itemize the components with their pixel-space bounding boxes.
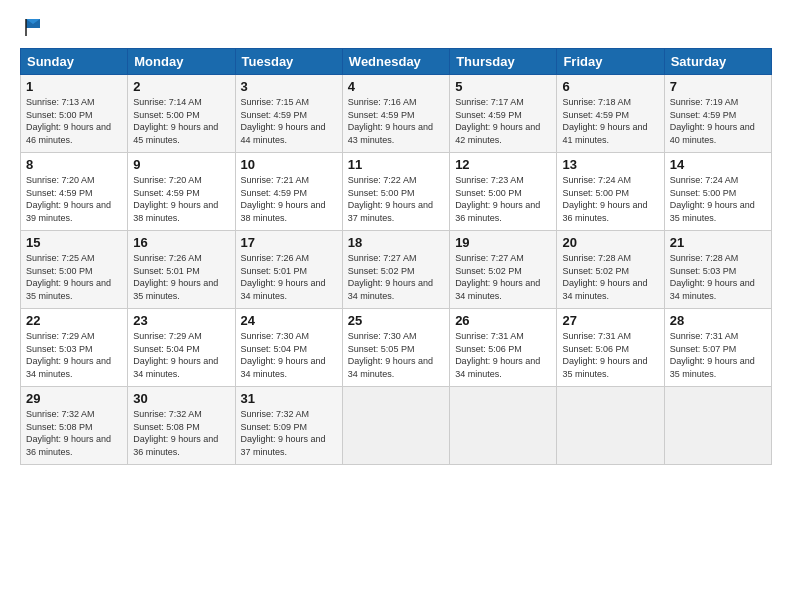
calendar-day-cell: 24 Sunrise: 7:30 AM Sunset: 5:04 PM Dayl… [235, 309, 342, 387]
calendar-day-cell: 9 Sunrise: 7:20 AM Sunset: 4:59 PM Dayli… [128, 153, 235, 231]
calendar-week-row: 15 Sunrise: 7:25 AM Sunset: 5:00 PM Dayl… [21, 231, 772, 309]
day-info: Sunrise: 7:31 AM Sunset: 5:06 PM Dayligh… [455, 331, 540, 379]
calendar-empty-cell [557, 387, 664, 465]
calendar-day-cell: 25 Sunrise: 7:30 AM Sunset: 5:05 PM Dayl… [342, 309, 449, 387]
day-info: Sunrise: 7:29 AM Sunset: 5:04 PM Dayligh… [133, 331, 218, 379]
calendar-day-cell: 3 Sunrise: 7:15 AM Sunset: 4:59 PM Dayli… [235, 75, 342, 153]
weekday-header: Thursday [450, 49, 557, 75]
day-info: Sunrise: 7:28 AM Sunset: 5:03 PM Dayligh… [670, 253, 755, 301]
day-info: Sunrise: 7:21 AM Sunset: 4:59 PM Dayligh… [241, 175, 326, 223]
weekday-header: Wednesday [342, 49, 449, 75]
calendar-day-cell: 6 Sunrise: 7:18 AM Sunset: 4:59 PM Dayli… [557, 75, 664, 153]
day-number: 23 [133, 313, 229, 328]
day-info: Sunrise: 7:17 AM Sunset: 4:59 PM Dayligh… [455, 97, 540, 145]
calendar-day-cell: 26 Sunrise: 7:31 AM Sunset: 5:06 PM Dayl… [450, 309, 557, 387]
day-number: 5 [455, 79, 551, 94]
calendar-day-cell: 23 Sunrise: 7:29 AM Sunset: 5:04 PM Dayl… [128, 309, 235, 387]
calendar-day-cell: 16 Sunrise: 7:26 AM Sunset: 5:01 PM Dayl… [128, 231, 235, 309]
day-info: Sunrise: 7:20 AM Sunset: 4:59 PM Dayligh… [133, 175, 218, 223]
day-info: Sunrise: 7:32 AM Sunset: 5:09 PM Dayligh… [241, 409, 326, 457]
day-number: 10 [241, 157, 337, 172]
calendar-day-cell: 30 Sunrise: 7:32 AM Sunset: 5:08 PM Dayl… [128, 387, 235, 465]
day-info: Sunrise: 7:29 AM Sunset: 5:03 PM Dayligh… [26, 331, 111, 379]
day-number: 18 [348, 235, 444, 250]
calendar-day-cell: 11 Sunrise: 7:22 AM Sunset: 5:00 PM Dayl… [342, 153, 449, 231]
day-number: 21 [670, 235, 766, 250]
calendar-day-cell: 22 Sunrise: 7:29 AM Sunset: 5:03 PM Dayl… [21, 309, 128, 387]
day-number: 7 [670, 79, 766, 94]
calendar-day-cell: 15 Sunrise: 7:25 AM Sunset: 5:00 PM Dayl… [21, 231, 128, 309]
calendar-day-cell: 8 Sunrise: 7:20 AM Sunset: 4:59 PM Dayli… [21, 153, 128, 231]
page: SundayMondayTuesdayWednesdayThursdayFrid… [0, 0, 792, 612]
calendar-day-cell: 20 Sunrise: 7:28 AM Sunset: 5:02 PM Dayl… [557, 231, 664, 309]
day-number: 31 [241, 391, 337, 406]
day-number: 24 [241, 313, 337, 328]
day-info: Sunrise: 7:22 AM Sunset: 5:00 PM Dayligh… [348, 175, 433, 223]
day-info: Sunrise: 7:31 AM Sunset: 5:07 PM Dayligh… [670, 331, 755, 379]
logo-flag-icon [22, 16, 44, 38]
day-number: 17 [241, 235, 337, 250]
calendar-day-cell: 5 Sunrise: 7:17 AM Sunset: 4:59 PM Dayli… [450, 75, 557, 153]
day-info: Sunrise: 7:25 AM Sunset: 5:00 PM Dayligh… [26, 253, 111, 301]
calendar-day-cell: 21 Sunrise: 7:28 AM Sunset: 5:03 PM Dayl… [664, 231, 771, 309]
day-number: 25 [348, 313, 444, 328]
day-number: 30 [133, 391, 229, 406]
day-number: 11 [348, 157, 444, 172]
day-number: 8 [26, 157, 122, 172]
day-info: Sunrise: 7:23 AM Sunset: 5:00 PM Dayligh… [455, 175, 540, 223]
weekday-header: Monday [128, 49, 235, 75]
day-number: 27 [562, 313, 658, 328]
day-number: 14 [670, 157, 766, 172]
day-info: Sunrise: 7:31 AM Sunset: 5:06 PM Dayligh… [562, 331, 647, 379]
day-number: 29 [26, 391, 122, 406]
day-number: 6 [562, 79, 658, 94]
day-number: 2 [133, 79, 229, 94]
day-info: Sunrise: 7:27 AM Sunset: 5:02 PM Dayligh… [348, 253, 433, 301]
calendar-day-cell: 19 Sunrise: 7:27 AM Sunset: 5:02 PM Dayl… [450, 231, 557, 309]
day-number: 15 [26, 235, 122, 250]
calendar-header-row: SundayMondayTuesdayWednesdayThursdayFrid… [21, 49, 772, 75]
calendar-day-cell: 28 Sunrise: 7:31 AM Sunset: 5:07 PM Dayl… [664, 309, 771, 387]
calendar-week-row: 22 Sunrise: 7:29 AM Sunset: 5:03 PM Dayl… [21, 309, 772, 387]
day-number: 4 [348, 79, 444, 94]
day-number: 22 [26, 313, 122, 328]
day-info: Sunrise: 7:15 AM Sunset: 4:59 PM Dayligh… [241, 97, 326, 145]
logo-text [20, 16, 44, 38]
day-info: Sunrise: 7:24 AM Sunset: 5:00 PM Dayligh… [670, 175, 755, 223]
calendar-day-cell: 2 Sunrise: 7:14 AM Sunset: 5:00 PM Dayli… [128, 75, 235, 153]
calendar-day-cell: 31 Sunrise: 7:32 AM Sunset: 5:09 PM Dayl… [235, 387, 342, 465]
calendar-day-cell: 14 Sunrise: 7:24 AM Sunset: 5:00 PM Dayl… [664, 153, 771, 231]
day-info: Sunrise: 7:20 AM Sunset: 4:59 PM Dayligh… [26, 175, 111, 223]
weekday-header: Saturday [664, 49, 771, 75]
day-number: 3 [241, 79, 337, 94]
day-number: 20 [562, 235, 658, 250]
day-info: Sunrise: 7:28 AM Sunset: 5:02 PM Dayligh… [562, 253, 647, 301]
calendar-day-cell: 7 Sunrise: 7:19 AM Sunset: 4:59 PM Dayli… [664, 75, 771, 153]
day-number: 13 [562, 157, 658, 172]
calendar-day-cell: 1 Sunrise: 7:13 AM Sunset: 5:00 PM Dayli… [21, 75, 128, 153]
day-info: Sunrise: 7:32 AM Sunset: 5:08 PM Dayligh… [26, 409, 111, 457]
calendar-week-row: 29 Sunrise: 7:32 AM Sunset: 5:08 PM Dayl… [21, 387, 772, 465]
calendar-day-cell: 12 Sunrise: 7:23 AM Sunset: 5:00 PM Dayl… [450, 153, 557, 231]
day-info: Sunrise: 7:30 AM Sunset: 5:05 PM Dayligh… [348, 331, 433, 379]
day-info: Sunrise: 7:18 AM Sunset: 4:59 PM Dayligh… [562, 97, 647, 145]
calendar-empty-cell [450, 387, 557, 465]
day-number: 19 [455, 235, 551, 250]
day-info: Sunrise: 7:19 AM Sunset: 4:59 PM Dayligh… [670, 97, 755, 145]
day-info: Sunrise: 7:14 AM Sunset: 5:00 PM Dayligh… [133, 97, 218, 145]
calendar-day-cell: 29 Sunrise: 7:32 AM Sunset: 5:08 PM Dayl… [21, 387, 128, 465]
day-number: 28 [670, 313, 766, 328]
calendar-day-cell: 18 Sunrise: 7:27 AM Sunset: 5:02 PM Dayl… [342, 231, 449, 309]
weekday-header: Sunday [21, 49, 128, 75]
logo [20, 16, 44, 38]
calendar-table: SundayMondayTuesdayWednesdayThursdayFrid… [20, 48, 772, 465]
day-info: Sunrise: 7:13 AM Sunset: 5:00 PM Dayligh… [26, 97, 111, 145]
calendar-day-cell: 10 Sunrise: 7:21 AM Sunset: 4:59 PM Dayl… [235, 153, 342, 231]
weekday-header: Tuesday [235, 49, 342, 75]
day-info: Sunrise: 7:26 AM Sunset: 5:01 PM Dayligh… [241, 253, 326, 301]
day-number: 9 [133, 157, 229, 172]
day-number: 12 [455, 157, 551, 172]
calendar-day-cell: 17 Sunrise: 7:26 AM Sunset: 5:01 PM Dayl… [235, 231, 342, 309]
day-info: Sunrise: 7:30 AM Sunset: 5:04 PM Dayligh… [241, 331, 326, 379]
calendar-day-cell: 13 Sunrise: 7:24 AM Sunset: 5:00 PM Dayl… [557, 153, 664, 231]
